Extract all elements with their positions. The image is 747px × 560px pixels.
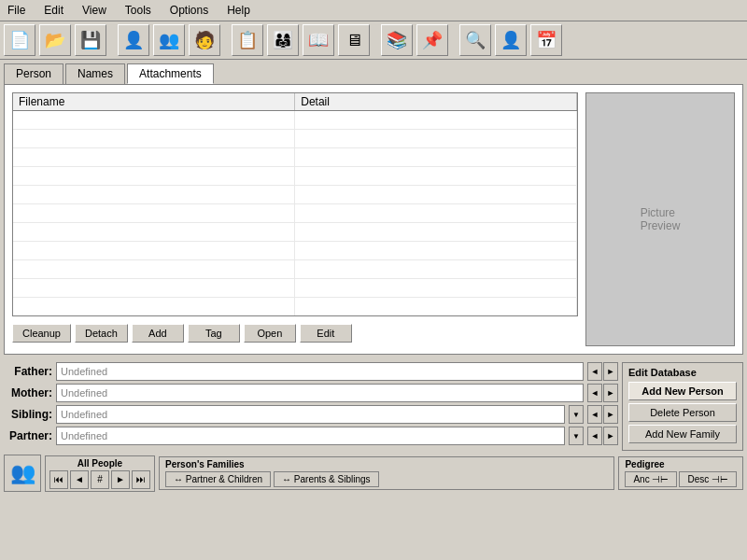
nav-prev-button[interactable]: ◄ [70, 470, 89, 489]
family-button[interactable]: 👨‍👩‍👧 [267, 24, 299, 56]
sibling-row: Sibling: ▼ ◄ ► [4, 405, 618, 424]
table-row [13, 260, 577, 279]
sibling-dropdown-button[interactable]: ▼ [569, 405, 584, 424]
mother-input[interactable] [56, 384, 584, 402]
new-button[interactable]: 📄 [4, 24, 35, 56]
attachment-table-body [13, 111, 577, 316]
pedigree-title: Pedigree [625, 459, 737, 469]
book-button[interactable]: 📖 [303, 24, 334, 56]
delete-person-button[interactable]: Delete Person [628, 403, 737, 422]
edit-button[interactable]: Edit [300, 324, 352, 343]
father-prev-button[interactable]: ◄ [587, 362, 602, 381]
table-row [13, 242, 577, 260]
table-row [13, 148, 577, 167]
tab-names[interactable]: Names [65, 63, 125, 84]
partner-input[interactable] [56, 427, 565, 445]
list-button[interactable]: 📋 [232, 24, 263, 56]
open-button[interactable]: 📂 [39, 24, 71, 56]
sibling-label: Sibling: [4, 408, 52, 421]
save-button[interactable]: 💾 [75, 24, 106, 56]
mother-row: Mother: ◄ ► [4, 384, 618, 402]
search-button[interactable]: 🔍 [459, 24, 491, 56]
pedigree-anc-button[interactable]: Anc ⊣⊢ [625, 471, 677, 487]
tag-button[interactable]: Tag [188, 324, 240, 343]
people-icon: 👥 [4, 455, 41, 492]
partner-prev-button[interactable]: ◄ [587, 427, 602, 445]
parents-siblings-button[interactable]: ↔ Parents & Siblings [274, 471, 379, 487]
father-row: Father: ◄ ► [4, 362, 618, 381]
sibling-input[interactable] [56, 405, 565, 424]
persons-families-label: Person's Families [165, 459, 608, 469]
mother-prev-button[interactable]: ◄ [587, 384, 602, 402]
edit-database-title: Edit Database [628, 367, 737, 378]
table-row [13, 298, 577, 316]
pedigree-panel: Pedigree Anc ⊣⊢ Desc ⊣⊢ [618, 456, 743, 490]
menu-edit[interactable]: Edit [40, 2, 67, 19]
tab-content-attachments: Filename Detail [4, 84, 743, 355]
tab-bar: Person Names Attachments [4, 63, 743, 84]
table-row [13, 204, 577, 223]
all-people-label: All People [49, 458, 150, 469]
nav-first-button[interactable]: ⏮ [49, 470, 68, 489]
cleanup-button[interactable]: Cleanup [12, 324, 71, 343]
picture-preview: PicturePreview [585, 92, 735, 346]
partner-next-button[interactable]: ► [603, 427, 618, 445]
mother-arrows: ◄ ► [587, 384, 618, 402]
menu-options[interactable]: Options [166, 2, 212, 19]
family-nav-buttons: ↔ Partner & Children ↔ Parents & Sibling… [165, 471, 608, 487]
all-people-nav-buttons: ⏮ ◄ # ► ⏭ [49, 470, 150, 489]
menu-view[interactable]: View [78, 2, 110, 19]
person-button[interactable]: 👤 [118, 24, 149, 56]
sibling-prev-button[interactable]: ◄ [587, 405, 602, 424]
father-next-button[interactable]: ► [603, 362, 618, 381]
main-content: Person Names Attachments Filename Detail [0, 60, 747, 358]
table-row [13, 223, 577, 242]
picture-preview-text: PicturePreview [641, 206, 681, 232]
person-outline-button[interactable]: 🧑 [189, 24, 220, 56]
sibling-arrows: ◄ ► [587, 405, 618, 424]
col-detail: Detail [295, 93, 577, 111]
menu-file[interactable]: File [4, 2, 29, 19]
sibling-next-button[interactable]: ► [603, 405, 618, 424]
bottom-section: Father: ◄ ► Mother: ◄ ► Sibling: ▼ ◄ ► [0, 358, 747, 455]
nav-hash-button[interactable]: # [91, 470, 109, 489]
menu-help[interactable]: Help [223, 2, 254, 19]
toolbar: 📄 📂 💾 👤 👥 🧑 📋 👨‍👩‍👧 📖 🖥 📚 📌 🔍 👤 📅 [0, 21, 747, 60]
menu-bar: File Edit View Tools Options Help [0, 0, 747, 21]
add-new-family-button[interactable]: Add New Family [628, 425, 737, 443]
add-new-person-button[interactable]: Add New Person [628, 382, 737, 400]
father-label: Father: [4, 365, 52, 378]
father-arrows: ◄ ► [587, 362, 618, 381]
action-buttons: Cleanup Detach Add Tag Open Edit [12, 320, 578, 346]
partner-row: Partner: ▼ ◄ ► [4, 427, 618, 445]
add-button[interactable]: Add [132, 324, 184, 343]
partner-label: Partner: [4, 429, 52, 442]
table-row [13, 167, 577, 186]
table-row [13, 130, 577, 148]
father-input[interactable] [56, 362, 584, 381]
tab-person[interactable]: Person [4, 63, 63, 84]
tab-attachments[interactable]: Attachments [127, 63, 214, 84]
nav-last-button[interactable]: ⏭ [132, 470, 150, 489]
people-button[interactable]: 👥 [153, 24, 185, 56]
partner-children-button[interactable]: ↔ Partner & Children [165, 471, 271, 487]
attachment-table: Filename Detail [13, 93, 577, 316]
monitor-button[interactable]: 🖥 [338, 24, 370, 56]
books-button[interactable]: 📚 [381, 24, 413, 56]
all-people-nav: All People ⏮ ◄ # ► ⏭ [45, 455, 155, 492]
col-filename: Filename [13, 93, 295, 111]
partner-arrows: ◄ ► [587, 427, 618, 445]
mother-next-button[interactable]: ► [603, 384, 618, 402]
calendar-button[interactable]: 📅 [530, 24, 562, 56]
pin-button[interactable]: 📌 [416, 24, 448, 56]
family-fields: Father: ◄ ► Mother: ◄ ► Sibling: ▼ ◄ ► [4, 362, 618, 451]
table-row [13, 186, 577, 204]
open-file-button[interactable]: Open [244, 324, 296, 343]
nav-next-button[interactable]: ► [111, 470, 130, 489]
detach-button[interactable]: Detach [75, 324, 128, 343]
menu-tools[interactable]: Tools [121, 2, 155, 19]
partner-dropdown-button[interactable]: ▼ [569, 427, 584, 445]
contacts-button[interactable]: 👤 [495, 24, 527, 56]
pedigree-buttons: Anc ⊣⊢ Desc ⊣⊢ [625, 471, 737, 487]
pedigree-desc-button[interactable]: Desc ⊣⊢ [679, 471, 737, 487]
